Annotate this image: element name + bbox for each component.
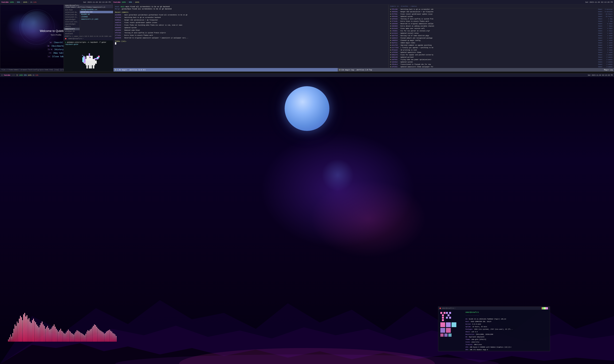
gl-hash: 495640e [391, 16, 400, 18]
gl-bullet: ● [390, 54, 391, 56]
gitlog-row: ●6513e30Fixes qemu user session uefiEmme… [389, 27, 614, 30]
lower-youtube: Youtube [4, 74, 10, 76]
viz-bar [37, 326, 38, 342]
gl-author: Emmet [598, 23, 604, 25]
gl-author: Emmet [598, 61, 604, 63]
viz-bar [112, 333, 113, 342]
gl-hash: e4fe55c [391, 66, 400, 68]
svg-rect-35 [452, 322, 456, 327]
commit-hash: 0700c8d [115, 24, 124, 26]
gl-time: 8 minutes [605, 11, 613, 13]
viz-bar [10, 335, 11, 342]
nf-cpu: CPU: AMD Ryzen 9 5900HX with Radeon Grap… [465, 346, 549, 349]
gl-bullet: ● [390, 37, 391, 39]
viz-bar [16, 326, 16, 342]
gl-author: Emmet [598, 35, 604, 37]
topbar-right-youtube: Youtube [113, 1, 121, 3]
viz-bar [63, 332, 63, 342]
gl-msg: Updated system [401, 16, 598, 18]
topbar-sep2: | [21, 1, 22, 3]
gl-hash: 9f8c38b [391, 8, 400, 11]
fm-sidebar-item[interactable]: spacebudget [64, 23, 80, 25]
gl-author: Emmet [598, 49, 604, 51]
gitlog-row: ●9f1f50cFixes recent qutebrowser update … [389, 13, 614, 15]
viz-bar [23, 314, 24, 342]
viz-bar [75, 332, 76, 342]
gl-msg: Trying some new power optimizations! [401, 59, 598, 61]
fm-sidebar-item[interactable]: spacebudget [64, 18, 80, 21]
svg-rect-8 [89, 65, 90, 68]
qb-link-closetab[interactable]: [x] [Close tab] [47, 55, 65, 58]
gl-bullet: ● [390, 39, 391, 42]
qb-link-newtab[interactable]: [t] [New tab] [47, 51, 65, 55]
gl-author: Emmet [598, 18, 604, 20]
topbar-rsep2: | [133, 1, 134, 3]
nf-separator: ---------------- [465, 314, 549, 317]
nf-logo-area [440, 311, 463, 350]
qb-link-quickmarks[interactable]: [b] [Quickmarks] [47, 44, 65, 48]
topbar-right-mem: 50% [129, 1, 132, 3]
lower-load: 1% [32, 74, 34, 76]
gl-bullet: ● [390, 52, 391, 54]
fm-sidebar-item[interactable]: ald-hope [64, 9, 80, 11]
viz-bar [33, 319, 34, 342]
gl-time: 1 week [605, 37, 613, 39]
commit-hash: a2658d0 [115, 37, 124, 39]
svg-rect-39 [444, 334, 447, 337]
fm-sidebar-item[interactable]: ubuntu [64, 25, 80, 28]
qb-link-search[interactable]: [o] [Search] [47, 41, 65, 44]
nf-os: OS: NixOS 23.11.20231192.fa888ed (Tapir)… [465, 318, 549, 320]
git-head-line: Head: main main Fixed all screenshots to… [115, 6, 387, 8]
qb-link-history[interactable]: [S h] [History] [47, 48, 65, 51]
gitlog-row: ●03858b8Extra detail on adding unstable … [389, 25, 614, 27]
viz-bar [79, 332, 80, 342]
commit-msg: Reverted to original uwwunicorn wallpaer… [125, 37, 387, 39]
gl-hash: 03858b8 [391, 25, 400, 27]
fm-file-item[interactable]: LICENSE [80, 16, 113, 18]
fm-sidebar-item[interactable]: selenized-dark [64, 13, 80, 16]
fm-titlebar: emmet@snowfire: /home/emmet/.dotfiles/th… [64, 5, 113, 8]
fm-sidebar-item[interactable]: selenized-light [64, 16, 80, 18]
nf-theme: Theme: adw-gtk3 [GTK2/3] [465, 338, 549, 341]
gl-bullet: ● [390, 25, 391, 27]
fm-file-item[interactable]: README.md [80, 13, 113, 16]
fm-file-item[interactable]: uwwunicorn-yt.yaml [80, 18, 113, 20]
fm-filename: README.md [81, 13, 90, 15]
fm-sidebar-item-uwwunicorn[interactable]: uwwunicorn [64, 28, 80, 30]
gl-hash: 5a94da4 [391, 61, 400, 63]
gl-author: Emmet [598, 39, 604, 42]
gl-msg: Updated install notes [401, 32, 598, 35]
fm-sidebar-item[interactable]: solarized-teal-dark [64, 21, 80, 23]
commit-hash: 5f073d2 [115, 32, 124, 34]
viz-bar [70, 332, 71, 342]
orb-decoration [21, 11, 53, 43]
svg-rect-2 [94, 61, 97, 64]
fm-sidebar-item[interactable]: selenized-dark [64, 11, 80, 13]
gl-hash: 5d47f18 [391, 35, 400, 37]
fm-filename: background256.txt [81, 9, 97, 11]
gitlog-row: ●b00a370Fixes for waybar and patched cus… [389, 54, 614, 56]
fm-sidebar-item[interactable]: woodland [64, 33, 80, 35]
viz-bar [67, 331, 68, 342]
gitlog-list: ●9f8c38bSwitching back to gh as screensh… [389, 8, 614, 71]
nf-title-dot [440, 308, 441, 309]
topbar-left-youtube: Youtube [1, 1, 9, 3]
topbar-left: Youtube 100% | 59% | 104% | 1% 11% Sat 2… [0, 0, 112, 4]
fm-file-list: background256.txt polarity.txt README.md… [80, 8, 113, 36]
fm-sidebar-item[interactable]: windows-95 [64, 30, 80, 33]
gl-time: 2 weeks [605, 59, 613, 61]
fm-file-item[interactable]: background256.txt [80, 8, 113, 11]
gl-msg: Cleaned up magit config [401, 39, 598, 42]
todos-title: TODOs (14)— [115, 40, 127, 42]
gitlog-row: ●9eaf21cAdded magit-todosEmmet1 week [389, 42, 614, 44]
viz-bar [60, 329, 61, 342]
fm-file-item-selected[interactable]: polarity.txt [80, 11, 113, 13]
viz-bar [95, 325, 96, 342]
svg-rect-33 [440, 322, 445, 327]
commit-hash: bdd2003 [115, 27, 124, 29]
commit-msg: Extra lines to ensure flakes work [125, 34, 387, 37]
gl-author: Emmet [598, 25, 604, 27]
svg-rect-15 [98, 56, 100, 57]
lower-cpu: 100% [19, 74, 23, 76]
gl-bullet: ● [390, 66, 391, 68]
